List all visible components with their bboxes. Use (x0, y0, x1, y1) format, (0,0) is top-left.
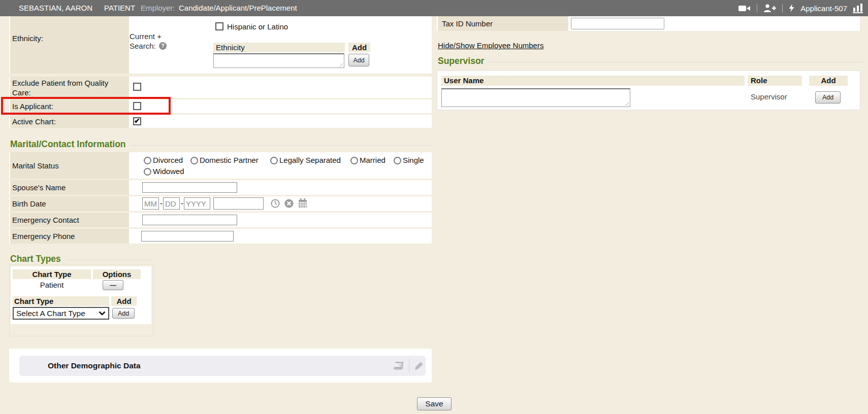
patient-demographics-page: SEBASTIAN, AARON PATIENT Employer: Candi… (0, 0, 868, 414)
options-column-header: Options (93, 269, 141, 279)
add-column-header: Add (111, 296, 137, 306)
ethnicity-search-input[interactable] (213, 53, 344, 68)
pencil-icon[interactable] (414, 361, 424, 371)
lightning-bolt-icon[interactable] (788, 4, 795, 13)
radio-icon (270, 157, 278, 164)
chevron-down-icon (99, 311, 106, 316)
supervisor-add-column-header: Add (809, 76, 848, 86)
chart-type-select[interactable]: Select A Chart Type (13, 307, 109, 320)
help-icon[interactable]: ? (159, 42, 167, 50)
emergency-contact-row: Emergency Contact (9, 213, 432, 227)
supervisor-section-header: Supervisor (438, 56, 862, 66)
exclude-quality-label-cell: Exclude Patient from Quality Care: (10, 77, 129, 98)
spouse-name-label-cell: Spouse's Name (10, 180, 129, 195)
resize-grip[interactable] (624, 101, 629, 106)
calendar-icon[interactable] (298, 198, 308, 209)
ethnicity-label: Ethnicity: (12, 33, 43, 43)
radio-widowed[interactable]: Widowed (144, 167, 184, 176)
radio-legally-separated[interactable]: Legally Separated (270, 156, 341, 164)
birth-date-row: Birth Date - - (9, 196, 432, 211)
ethnicity-label-cell: Ethnicity: (10, 16, 129, 74)
birth-month-input[interactable] (142, 197, 159, 210)
other-demographic-panel: Other Demographic Data (9, 349, 432, 383)
date-separator: - (160, 199, 163, 208)
active-chart-row: Active Chart: (9, 115, 432, 128)
radio-domestic-partner[interactable]: Domestic Partner (190, 156, 259, 164)
marital-section-title: Marital/Contact Information (10, 139, 126, 150)
supervisor-user-name-input[interactable] (441, 88, 630, 107)
is-applicant-checkbox[interactable] (133, 102, 141, 110)
radio-icon (190, 157, 198, 164)
marital-status-row: Marital Status Divorced Domestic Partner… (9, 152, 432, 179)
radio-single[interactable]: Single (394, 156, 424, 164)
patient-section-label: PATIENT (104, 0, 135, 16)
hispanic-checkbox[interactable] (215, 22, 223, 30)
hispanic-label: Hispanic or Latino (227, 22, 288, 31)
is-applicant-label: Is Applicant: (12, 101, 53, 111)
chart-types-title: Chart Types (10, 254, 61, 264)
remove-chart-type-button[interactable]: — (103, 280, 123, 290)
supervisor-role-value: Supervisor (751, 92, 787, 101)
clock-icon[interactable] (270, 198, 280, 209)
current-search-line2: Search: (130, 42, 156, 50)
add-person-icon[interactable] (763, 4, 777, 13)
resize-grip[interactable] (338, 62, 343, 66)
employer-value: Candidate/Applicant/PrePlacement (179, 0, 297, 16)
book-icon[interactable] (392, 361, 404, 371)
video-camera-icon[interactable] (738, 4, 751, 13)
spouse-name-row: Spouse's Name (9, 180, 432, 195)
clear-date-icon[interactable] (284, 198, 294, 209)
chart-type-row-value: Patient (13, 281, 91, 289)
other-demographic-bar[interactable]: Other Demographic Data (19, 356, 426, 376)
toolbar-divider (782, 4, 783, 13)
add-chart-type-column-header: Chart Type (13, 296, 109, 306)
spouse-name-input[interactable] (142, 182, 237, 193)
chart-types-section-header: Chart Types (10, 254, 151, 264)
spouse-name-label: Spouse's Name (12, 183, 66, 192)
employee-numbers-link[interactable]: Hide/Show Employee Numbers (438, 41, 543, 50)
birth-year-input[interactable] (184, 197, 210, 210)
emergency-phone-label: Emergency Phone (12, 231, 75, 241)
ethnicity-row: Ethnicity: Hispanic or Latino Current + … (9, 16, 432, 74)
birth-day-input[interactable] (163, 197, 180, 210)
bar-chart-icon[interactable] (853, 4, 863, 13)
save-button[interactable]: Save (417, 397, 452, 410)
radio-icon (144, 168, 151, 176)
toolbar-divider (757, 4, 757, 13)
radio-married[interactable]: Married (350, 156, 385, 164)
emergency-phone-input[interactable] (141, 231, 234, 242)
is-applicant-row: Is Applicant: (9, 99, 432, 113)
section-divider-line (131, 145, 431, 146)
chart-type-column-header: Chart Type (13, 269, 91, 279)
supervisor-panel: User Name Role Add Supervisor Add (437, 71, 860, 110)
emergency-contact-input[interactable] (142, 215, 237, 225)
exclude-quality-checkbox[interactable] (133, 83, 141, 91)
marital-status-label: Marital Status (12, 161, 59, 170)
birth-date-label-cell: Birth Date (10, 196, 129, 211)
tax-id-row: Tax ID Number (437, 16, 860, 31)
user-name-column-header: User Name (441, 76, 745, 86)
top-bar: SEBASTIAN, AARON PATIENT Employer: Candi… (0, 0, 868, 16)
exclude-quality-label: Exclude Patient from Quality Care: (12, 78, 126, 97)
tax-id-label: Tax ID Number (442, 19, 493, 28)
supervisor-add-button[interactable]: Add (815, 91, 841, 104)
marital-section-header: Marital/Contact Information (10, 139, 431, 150)
birth-date-label: Birth Date (12, 199, 46, 209)
emergency-contact-label: Emergency Contact (12, 215, 79, 225)
tax-id-label-cell: Tax ID Number (438, 16, 568, 31)
chart-type-add-button[interactable]: Add (112, 308, 135, 319)
tax-id-input[interactable] (571, 18, 664, 29)
role-column-header: Role (748, 76, 802, 86)
ethnicity-column-header: Ethnicity (213, 43, 345, 52)
is-applicant-label-cell: Is Applicant: (10, 99, 129, 113)
emergency-contact-label-cell: Emergency Contact (10, 213, 129, 227)
radio-icon (350, 157, 358, 164)
date-separator: - (181, 199, 183, 208)
radio-divorced[interactable]: Divorced (144, 156, 183, 164)
ethnicity-add-button[interactable]: Add (348, 54, 369, 66)
active-chart-checkbox[interactable] (133, 117, 141, 125)
radio-icon (394, 157, 401, 164)
birth-date-extra-input[interactable] (213, 197, 264, 210)
current-search-line1: Current + (130, 32, 162, 41)
active-chart-label-cell: Active Chart: (10, 115, 129, 128)
